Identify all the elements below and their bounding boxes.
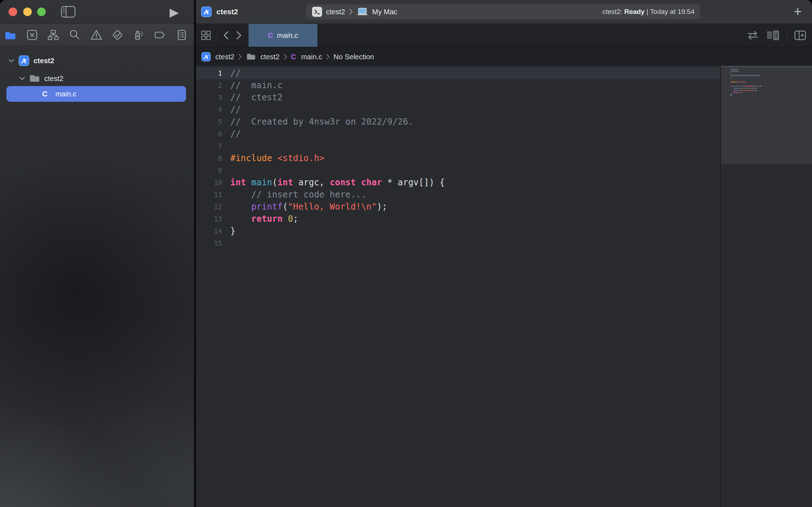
- tab-main-c[interactable]: C main.c: [249, 24, 317, 47]
- code-text: }: [230, 226, 236, 236]
- run-destination[interactable]: My Mac: [372, 8, 397, 16]
- debug-navigator-icon[interactable]: [133, 29, 145, 41]
- line-number: 7: [196, 142, 222, 150]
- command-line-target-icon: [312, 7, 322, 17]
- related-items-icon[interactable]: [200, 30, 212, 41]
- code-review-icon[interactable]: [747, 30, 759, 41]
- code-line-15[interactable]: 15: [196, 237, 720, 249]
- close-window-button[interactable]: [9, 7, 17, 16]
- minimap-line-bar: [738, 86, 740, 87]
- code-line-14[interactable]: 14}: [196, 225, 720, 237]
- add-editor-icon[interactable]: [794, 30, 806, 41]
- minimap-line-bar: [733, 92, 739, 93]
- scheme-name[interactable]: ctest2: [326, 8, 345, 16]
- go-forward-button[interactable]: [235, 31, 243, 40]
- find-navigator-icon[interactable]: [69, 29, 81, 41]
- minimap-line-bar: [731, 66, 732, 67]
- line-number: 6: [196, 130, 222, 138]
- toolbar: A ctest2 ctest2: [196, 0, 812, 24]
- new-tab-button[interactable]: +: [791, 4, 804, 19]
- line-number: 3: [196, 94, 222, 101]
- code-line-4[interactable]: 4//: [196, 104, 720, 116]
- run-button[interactable]: [169, 9, 179, 18]
- zoom-window-button[interactable]: [37, 7, 46, 16]
- toggle-sidebar-icon[interactable]: [61, 6, 76, 18]
- jumpbar-item-main-c[interactable]: Cmain.c: [291, 53, 322, 61]
- minimap-viewport: [721, 66, 812, 164]
- minimap-line-bar: [740, 90, 755, 91]
- minimize-window-button[interactable]: [23, 7, 32, 16]
- jumpbar-item-ctest2[interactable]: Actest2: [201, 51, 234, 62]
- minimap-line-bar: [733, 90, 740, 91]
- code-line-13[interactable]: 13 return 0;: [196, 213, 720, 225]
- code-text: printf("Hello, World!\n");: [230, 202, 387, 212]
- chevron-right-icon: [284, 54, 287, 60]
- code-line-7[interactable]: 7: [196, 140, 720, 152]
- jumpbar-item-ctest2[interactable]: ctest2: [246, 51, 279, 62]
- code-line-12[interactable]: 12 printf("Hello, World!\n");: [196, 201, 720, 213]
- minimap-line-bar: [733, 86, 737, 87]
- minimap-line-bar: [761, 86, 761, 87]
- report-navigator-icon[interactable]: [176, 29, 188, 41]
- source-editor[interactable]: 1//2// main.c3// ctest24//5// Created by…: [196, 66, 812, 507]
- go-back-button[interactable]: [222, 31, 230, 40]
- tree-row-ctest2[interactable]: Actest2: [0, 54, 194, 67]
- code-text: // main.c: [230, 80, 283, 90]
- code-text: int main(int argc, const char * argv[]) …: [230, 177, 445, 187]
- issue-navigator-icon[interactable]: [90, 29, 102, 41]
- code-text: return 0;: [230, 214, 298, 224]
- code-line-3[interactable]: 3// ctest2: [196, 91, 720, 104]
- minimap-line-bar: [731, 81, 737, 82]
- minimap-line-bar: [731, 86, 732, 87]
- code-line-10[interactable]: 10int main(int argc, const char * argv[]…: [196, 176, 720, 189]
- scheme-selector[interactable]: ctest2 My Mac: [312, 7, 397, 17]
- activity-status[interactable]: ctest2: Ready | Today at 19:54: [602, 8, 695, 16]
- editor-options-icon[interactable]: [766, 30, 780, 41]
- jump-bar: Actest2ctest2Cmain.cNo Selection: [196, 47, 812, 67]
- window-title-group: A ctest2: [201, 0, 238, 24]
- code-text: #include <stdio.h>: [230, 153, 325, 163]
- minimap-line-bar: [756, 90, 756, 91]
- tree-row-ctest2[interactable]: ctest2: [0, 72, 194, 85]
- breakpoint-navigator-icon[interactable]: [154, 29, 166, 41]
- test-navigator-icon[interactable]: [111, 29, 124, 41]
- line-number: 4: [196, 106, 222, 114]
- code-line-11[interactable]: 11 // insert code here...: [196, 189, 720, 201]
- code-line-8[interactable]: 8#include <stdio.h>: [196, 152, 720, 164]
- jumpbar-item-label: No Selection: [334, 53, 374, 61]
- tree-row-label: main.c: [55, 90, 76, 98]
- code-text: // insert code here...: [230, 190, 366, 200]
- code-line-5[interactable]: 5// Created by 4nsw3r on 2022/9/26.: [196, 116, 720, 128]
- symbol-navigator-icon[interactable]: [47, 29, 59, 41]
- c-file-badge: C: [291, 53, 296, 61]
- line-number: 10: [196, 179, 222, 186]
- minimap-line-bar: [753, 86, 754, 87]
- line-number: 5: [196, 118, 222, 126]
- minimap-line-bar: [731, 77, 732, 78]
- tree-row-label: ctest2: [44, 75, 63, 83]
- navigator-bar: [0, 24, 194, 46]
- code-line-1[interactable]: 1//: [196, 67, 720, 79]
- jumpbar-item-no-selection[interactable]: No Selection: [334, 53, 374, 61]
- line-number: 12: [196, 203, 222, 211]
- minimap[interactable]: [720, 66, 812, 507]
- workspace-main: A ctest2 ctest2: [196, 0, 812, 507]
- source-control-navigator-icon[interactable]: [26, 29, 38, 41]
- tab-bar-right-controls: [747, 30, 806, 41]
- code-line-6[interactable]: 6//: [196, 128, 720, 140]
- jumpbar-item-label: ctest2: [260, 53, 279, 61]
- code-line-2[interactable]: 2// main.c: [196, 79, 720, 91]
- minimap-current-line: [721, 66, 812, 67]
- xcode-project-icon: A: [19, 55, 29, 66]
- minimap-line-bar: [738, 81, 746, 82]
- disclosure-chevron-icon[interactable]: [19, 75, 26, 82]
- code-text: //: [230, 105, 241, 115]
- divider: [787, 31, 787, 40]
- code-line-9[interactable]: 9: [196, 164, 720, 176]
- project-navigator-icon[interactable]: [4, 29, 16, 41]
- disclosure-chevron-icon[interactable]: [8, 57, 15, 64]
- minimap-line-bar: [755, 86, 760, 87]
- tree-row-main-c[interactable]: Cmain.c: [6, 86, 186, 102]
- xcode-project-icon: A: [201, 52, 211, 61]
- line-number: 13: [196, 215, 222, 223]
